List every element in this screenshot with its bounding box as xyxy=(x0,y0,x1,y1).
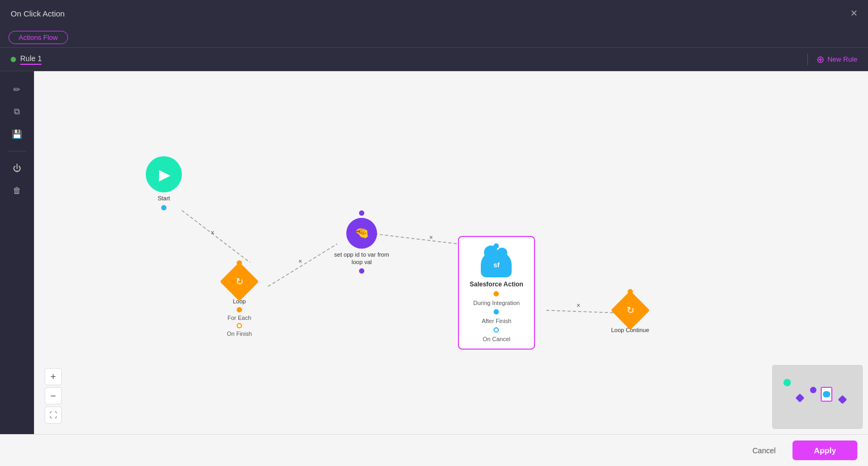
setvar-node[interactable]: 🤏 set opp id to var from loop val xyxy=(330,210,394,274)
minimap-node-sf xyxy=(821,387,832,402)
rule-bar: Rule 1 ⊕ New Rule xyxy=(0,48,868,71)
foreach-label: For Each xyxy=(228,315,252,321)
setvar-bottom-dot xyxy=(359,268,364,274)
zoom-out-button[interactable]: − xyxy=(45,387,62,404)
sf-title: Salesforce Action xyxy=(470,281,523,288)
canvas-wrapper: ✏ ⧉ 💾 ⏻ 🗑 × × × xyxy=(0,71,868,434)
sf-cancel-label: On Cancel xyxy=(482,336,510,342)
loop-foreach-dot xyxy=(237,307,242,312)
sf-during-dot xyxy=(494,291,499,296)
close-button[interactable]: × xyxy=(850,7,857,19)
lc-icon: ↻ xyxy=(626,304,634,316)
start-circle[interactable]: ▶ xyxy=(146,156,182,192)
zoom-controls: + − ⛶ xyxy=(45,368,62,423)
setvar-top-dot xyxy=(359,210,364,216)
svg-text:×: × xyxy=(211,229,214,236)
minimap-node-setvar xyxy=(810,387,816,393)
rule-label-area: Rule 1 xyxy=(11,54,41,65)
zoom-fit-button[interactable]: ⛶ xyxy=(45,406,62,423)
tool-divider xyxy=(7,151,27,151)
svg-text:×: × xyxy=(429,234,433,241)
rule-status-dot xyxy=(11,57,16,62)
copy-button[interactable]: ⧉ xyxy=(7,102,27,121)
svg-line-2 xyxy=(268,244,337,286)
setvar-label: set opp id to var from loop val xyxy=(330,251,394,266)
svg-text:×: × xyxy=(577,302,580,309)
setvar-icon: 🤏 xyxy=(355,226,369,240)
modal-title: On Click Action xyxy=(11,9,65,18)
play-icon: ▶ xyxy=(159,166,171,183)
pencil-button[interactable]: ✏ xyxy=(7,80,27,99)
svg-text:×: × xyxy=(298,258,302,265)
flow-canvas[interactable]: × × × × ▶ Start xyxy=(34,71,868,434)
modal-footer: Cancel Apply xyxy=(0,434,868,466)
delete-button[interactable]: 🗑 xyxy=(7,181,27,200)
zoom-in-button[interactable]: + xyxy=(45,368,62,385)
loop-onfinish-dot xyxy=(237,323,242,328)
loop-continue-node[interactable]: ↻ Loop Continue xyxy=(611,289,649,334)
tool-section-bottom: ⏻ 🗑 xyxy=(7,159,27,200)
sf-cancel-dot xyxy=(494,327,499,333)
setvar-circle[interactable]: 🤏 xyxy=(346,218,377,249)
minimap xyxy=(772,365,863,429)
loop-node[interactable]: ↻ Loop For Each On Finish xyxy=(226,260,253,337)
salesforce-card[interactable]: sf Salesforce Action During Integration … xyxy=(458,236,535,350)
start-bottom-dot xyxy=(161,205,166,210)
salesforce-card-wrapper[interactable]: sf Salesforce Action During Integration … xyxy=(458,236,535,350)
start-label: Start xyxy=(157,194,170,202)
tool-section-top: ✏ ⧉ 💾 xyxy=(7,80,27,143)
start-node[interactable]: ▶ Start xyxy=(146,156,182,210)
new-rule-button[interactable]: ⊕ New Rule xyxy=(816,55,857,64)
apply-button[interactable]: Apply xyxy=(792,440,857,460)
loop-icon: ↻ xyxy=(236,276,244,287)
plus-circle-icon: ⊕ xyxy=(816,55,824,64)
cancel-button[interactable]: Cancel xyxy=(742,442,787,459)
sf-after-dot xyxy=(494,309,499,315)
tab-actions-flow[interactable]: Actions Flow xyxy=(9,31,68,44)
lc-diamond[interactable]: ↻ xyxy=(611,291,650,330)
left-sidebar: ✏ ⧉ 💾 ⏻ 🗑 xyxy=(0,71,34,434)
minimap-inner xyxy=(773,366,862,428)
rule-name: Rule 1 xyxy=(20,54,41,65)
sf-during-label: During Integration xyxy=(473,300,520,306)
minimap-node-start xyxy=(783,379,791,386)
svg-line-0 xyxy=(182,210,250,262)
save-button[interactable]: 💾 xyxy=(7,124,27,143)
tabs-bar: Actions Flow xyxy=(0,27,868,48)
sf-abbrev: sf xyxy=(494,261,500,269)
onfinish-label: On Finish xyxy=(227,331,252,337)
sf-cloud-icon: sf xyxy=(481,252,512,277)
rule-separator xyxy=(807,54,808,65)
new-rule-label: New Rule xyxy=(828,55,857,63)
modal-header: On Click Action × xyxy=(0,0,868,27)
sf-after-label: After Finish xyxy=(482,318,512,324)
svg-line-6 xyxy=(546,310,619,313)
connections-svg: × × × × xyxy=(34,71,868,434)
power-button[interactable]: ⏻ xyxy=(7,159,27,178)
loop-diamond[interactable]: ↻ xyxy=(220,262,259,301)
